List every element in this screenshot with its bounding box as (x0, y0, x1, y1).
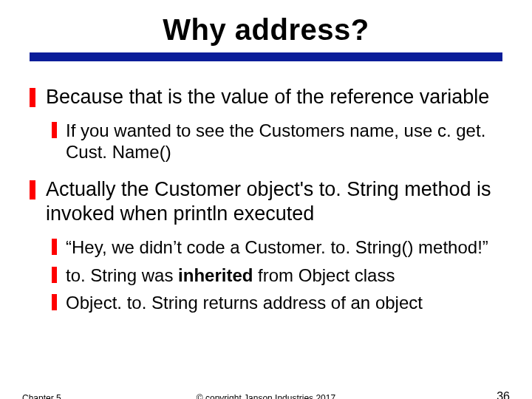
bullet-level1: Actually the Customer object's to. Strin… (30, 177, 502, 226)
bullet-text-pre: to. String was (66, 265, 178, 285)
title-underline (30, 52, 502, 61)
bullet-marker-icon (52, 122, 57, 138)
bullet-marker-icon (30, 180, 35, 200)
bullet-marker-icon (52, 267, 57, 283)
bullet-text: to. String was inherited from Object cla… (66, 265, 395, 286)
slide-content: Because that is the value of the referen… (0, 61, 532, 313)
bullet-text-bold: inherited (178, 265, 253, 285)
slide-footer: Chapter 5 © copyright Janson Industries … (0, 389, 532, 399)
footer-copyright: © copyright Janson Industries 2017 (0, 393, 532, 399)
bullet-marker-icon (52, 294, 57, 310)
bullet-level2: If you wanted to see the Customers name,… (52, 120, 502, 163)
slide: Why address? Because that is the value o… (0, 13, 532, 399)
bullet-level2: to. String was inherited from Object cla… (52, 265, 502, 286)
footer-page-number: 36 (497, 390, 510, 399)
bullet-text: Actually the Customer object's to. Strin… (46, 177, 502, 226)
bullet-level1: Because that is the value of the referen… (30, 85, 502, 109)
bullet-text: Because that is the value of the referen… (46, 85, 489, 109)
bullet-level2: “Hey, we didn’t code a Customer. to. Str… (52, 236, 502, 258)
bullet-text: If you wanted to see the Customers name,… (66, 120, 502, 163)
bullet-marker-icon (52, 239, 57, 255)
bullet-text: “Hey, we didn’t code a Customer. to. Str… (66, 236, 488, 258)
slide-title: Why address? (0, 13, 532, 47)
bullet-level2: Object. to. String returns address of an… (52, 292, 502, 313)
bullet-text: Object. to. String returns address of an… (66, 292, 423, 313)
bullet-text-post: from Object class (253, 265, 395, 285)
bullet-marker-icon (30, 88, 35, 107)
